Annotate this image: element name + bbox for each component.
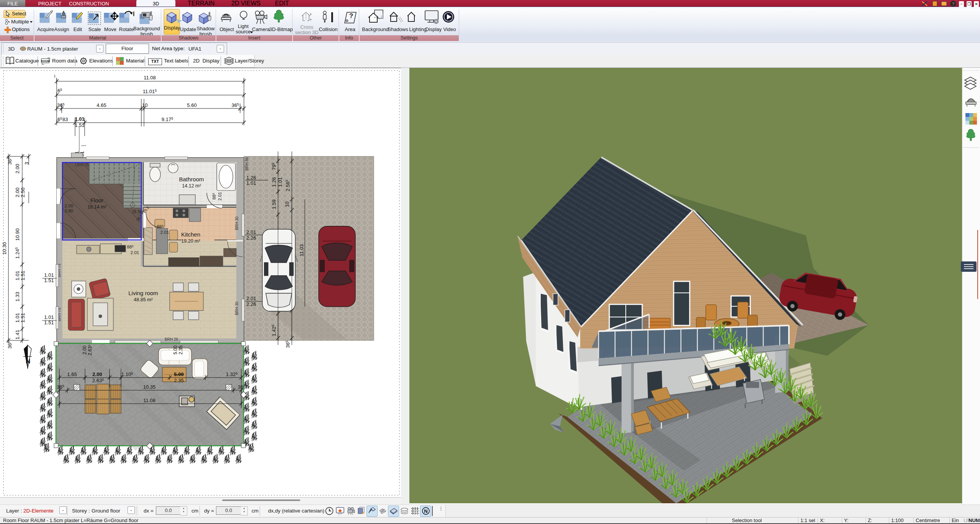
svg-text:11.015: 11.015 (143, 89, 157, 94)
svg-text:1.59: 1.59 (271, 199, 277, 209)
svg-text:65: 65 (57, 88, 62, 94)
svg-text:65: 65 (57, 117, 62, 122)
svg-text:365: 365 (7, 341, 13, 348)
svg-text:36: 36 (238, 384, 243, 390)
svg-text:1.33: 1.33 (15, 292, 20, 301)
svg-text:ROOM: ROOM (41, 59, 50, 63)
svg-text:365: 365 (7, 157, 13, 164)
svg-text:1.65: 1.65 (67, 371, 77, 377)
svg-text:1.245: 1.245 (15, 247, 20, 259)
svg-text:2.26: 2.26 (246, 235, 256, 241)
svg-text:1.01: 1.01 (15, 271, 20, 280)
svg-text:10.35: 10.35 (143, 384, 156, 390)
svg-text:15 Stg: 15 Stg (132, 210, 143, 214)
svg-text:5.00: 5.00 (174, 371, 183, 377)
svg-text:Bathroom: Bathroom (179, 176, 204, 182)
svg-text:BRH 30: BRH 30 (235, 302, 239, 315)
svg-text:1.26: 1.26 (246, 175, 256, 181)
svg-text:14.12 m²: 14.12 m² (182, 183, 201, 189)
svg-text:2.35: 2.35 (174, 378, 183, 383)
svg-text:10: 10 (142, 102, 147, 108)
svg-text:1.01: 1.01 (44, 272, 54, 278)
svg-text:9.175: 9.175 (162, 117, 173, 122)
svg-text:5.00: 5.00 (173, 345, 178, 355)
svg-text:2.00: 2.00 (15, 187, 20, 197)
svg-text:?: ? (349, 12, 353, 20)
svg-text:11.08: 11.08 (144, 75, 156, 80)
svg-text:1.41: 1.41 (15, 330, 20, 339)
svg-text:83: 83 (62, 117, 68, 122)
svg-text:10.90: 10.90 (15, 228, 20, 241)
svg-text:1.01: 1.01 (75, 116, 84, 122)
svg-text:BRH 26: BRH 26 (165, 337, 178, 342)
svg-text:1.01: 1.01 (15, 313, 20, 322)
svg-text:2.01: 2.01 (218, 192, 222, 200)
svg-text:3: 3 (24, 162, 29, 164)
svg-text:11.03: 11.03 (299, 244, 304, 256)
svg-text:48.85 m²: 48.85 m² (134, 297, 152, 302)
svg-text:2.01: 2.01 (246, 229, 256, 235)
svg-text:1.51: 1.51 (75, 122, 84, 128)
svg-text:2.26: 2.26 (246, 301, 256, 307)
svg-text:Kitchen: Kitchen (181, 231, 200, 238)
svg-text:1.26: 1.26 (271, 177, 277, 187)
svg-text:10: 10 (284, 202, 290, 207)
svg-text:2.80: 2.80 (65, 209, 73, 213)
svg-text:2.00: 2.00 (15, 164, 20, 173)
svg-text:2.01: 2.01 (131, 250, 139, 255)
svg-text:1.01: 1.01 (246, 180, 256, 186)
svg-text:2.35: 2.35 (178, 345, 183, 355)
svg-text:2.00: 2.00 (92, 371, 102, 377)
svg-text:4.65: 4.65 (97, 102, 106, 108)
svg-text:1.51: 1.51 (20, 313, 26, 322)
svg-text:1.51: 1.51 (20, 271, 26, 280)
svg-text:BRH 30: BRH 30 (235, 217, 239, 230)
svg-text:BRH 86: BRH 86 (245, 157, 249, 171)
svg-text:N: N (26, 358, 30, 365)
svg-text:2.01: 2.01 (160, 230, 169, 235)
svg-text:2.01: 2.01 (246, 296, 256, 301)
svg-text:Floor: Floor (90, 197, 103, 204)
svg-text:?: ? (952, 2, 955, 6)
svg-text:365: 365 (232, 102, 239, 108)
svg-text:1.01: 1.01 (277, 177, 283, 187)
svg-text:10.30: 10.30 (2, 242, 7, 255)
svg-text:N: N (424, 508, 427, 514)
svg-text:2.00: 2.00 (82, 345, 87, 355)
svg-text:19.20 m²: 19.20 m² (181, 238, 200, 244)
svg-text:365: 365 (285, 340, 291, 348)
svg-text:2.50: 2.50 (20, 187, 26, 197)
svg-text:5.60: 5.60 (187, 102, 196, 108)
svg-text:Living room: Living room (128, 290, 158, 296)
svg-text:18.14 m²: 18.14 m² (87, 204, 106, 210)
svg-text:URH 75: URH 75 (75, 163, 89, 167)
svg-text:2.00: 2.00 (65, 204, 73, 208)
svg-text:1.01: 1.01 (44, 314, 54, 320)
svg-text:11.08: 11.08 (143, 398, 155, 403)
svg-text:365: 365 (57, 102, 64, 108)
